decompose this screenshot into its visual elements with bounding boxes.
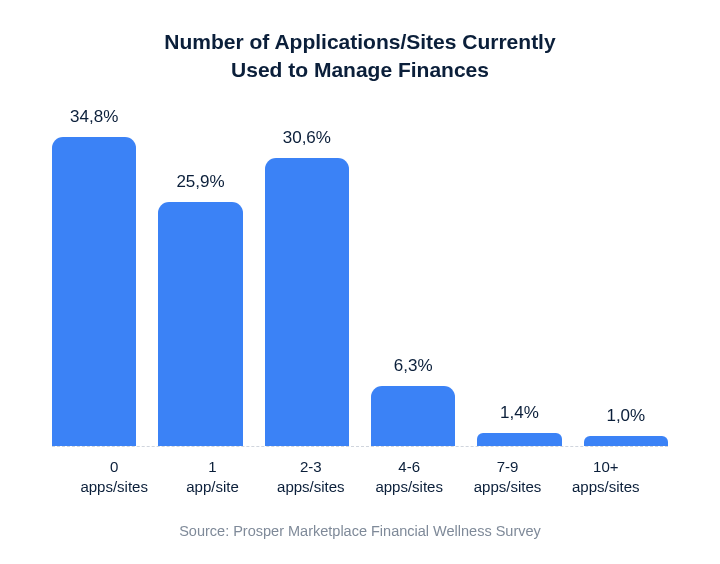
x-tick: 4-6apps/sites: [371, 457, 447, 498]
bar-slot: 1,4%: [477, 107, 561, 446]
bar-slot: 6,3%: [371, 107, 455, 446]
chart-source: Source: Prosper Marketplace Financial We…: [28, 523, 692, 539]
x-axis: 0apps/sites1app/site2-3apps/sites4-6apps…: [52, 447, 668, 498]
bar-value-label: 6,3%: [394, 356, 433, 376]
chart-container: Number of Applications/Sites Currently U…: [0, 0, 720, 564]
x-tick: 10+apps/sites: [568, 457, 644, 498]
chart-title-line2: Used to Manage Finances: [231, 58, 489, 81]
bar: [477, 433, 561, 446]
chart-title: Number of Applications/Sites Currently U…: [164, 28, 555, 85]
bar-value-label: 1,4%: [500, 403, 539, 423]
chart-title-line1: Number of Applications/Sites Currently: [164, 30, 555, 53]
bar: [371, 386, 455, 445]
plot-area: 34,8%25,9%30,6%6,3%1,4%1,0%: [52, 107, 668, 447]
bar: [584, 436, 668, 445]
bar-slot: 34,8%: [52, 107, 136, 446]
bar-slot: 1,0%: [584, 107, 668, 446]
x-tick: 7-9apps/sites: [469, 457, 545, 498]
bar: [265, 158, 349, 446]
bar-value-label: 34,8%: [70, 107, 118, 127]
bar-value-label: 25,9%: [176, 172, 224, 192]
x-tick: 1app/site: [174, 457, 250, 498]
x-tick: 2-3apps/sites: [273, 457, 349, 498]
bar-value-label: 1,0%: [606, 406, 645, 426]
bar: [158, 202, 242, 446]
bar-value-label: 30,6%: [283, 128, 331, 148]
plot-outer: 34,8%25,9%30,6%6,3%1,4%1,0% 0apps/sites1…: [28, 107, 692, 498]
bar-slot: 25,9%: [158, 107, 242, 446]
bar: [52, 137, 136, 446]
bar-slot: 30,6%: [265, 107, 349, 446]
x-tick: 0apps/sites: [76, 457, 152, 498]
